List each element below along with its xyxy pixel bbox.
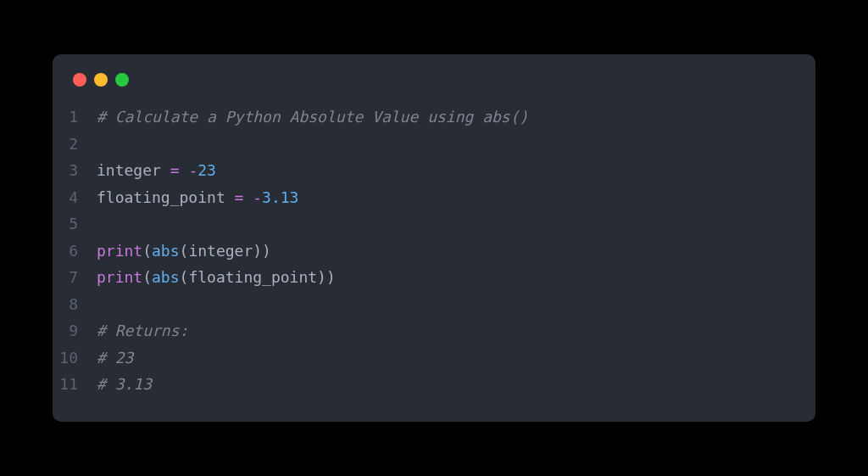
code-line: 4floating_point = -3.13 <box>53 184 815 211</box>
line-content: # 3.13 <box>97 371 152 398</box>
code-line: 7print(abs(floating_point)) <box>53 264 815 291</box>
token-identifier <box>180 161 189 179</box>
line-content: print(abs(floating_point)) <box>97 264 336 291</box>
token-number: 3.13 <box>262 188 298 206</box>
minimize-icon[interactable] <box>94 73 108 87</box>
token-function: abs <box>152 242 180 260</box>
code-line: 10# 23 <box>53 344 815 372</box>
line-number: 1 <box>53 104 97 131</box>
code-line: 11# 3.13 <box>53 371 815 398</box>
line-content: # 23 <box>97 344 133 372</box>
token-paren: ( <box>180 268 189 286</box>
line-content <box>97 131 106 158</box>
token-identifier <box>243 188 253 206</box>
code-window: 1# Calculate a Python Absolute Value usi… <box>53 54 815 422</box>
token-function: abs <box>152 268 180 286</box>
line-content <box>97 291 106 318</box>
titlebar <box>53 54 815 98</box>
line-content: # Calculate a Python Absolute Value usin… <box>97 104 528 131</box>
token-number: 23 <box>198 161 216 179</box>
token-paren: ( <box>142 242 152 260</box>
token-identifier <box>161 161 170 179</box>
line-number: 8 <box>53 291 97 318</box>
token-identifier <box>225 188 235 206</box>
line-number: 3 <box>53 157 97 184</box>
token-identifier: floating_point <box>188 268 317 286</box>
code-line: 2 <box>53 131 815 158</box>
line-number: 7 <box>53 264 97 291</box>
token-comment: # Calculate a Python Absolute Value usin… <box>97 108 528 126</box>
line-number: 9 <box>53 317 97 344</box>
token-number-minus: - <box>188 161 198 179</box>
line-content: # Returns: <box>97 317 188 344</box>
token-comment: # Returns: <box>97 322 188 339</box>
token-paren: ( <box>180 242 189 260</box>
token-identifier: integer <box>97 161 161 179</box>
code-line: 9# Returns: <box>53 317 815 344</box>
token-identifier: integer <box>188 242 253 260</box>
line-content <box>97 210 106 238</box>
line-number: 2 <box>53 131 97 158</box>
token-comment: # 3.13 <box>97 375 152 393</box>
line-number: 10 <box>53 344 97 372</box>
code-line: 3integer = -23 <box>53 157 815 184</box>
line-content: integer = -23 <box>97 157 216 184</box>
line-content: print(abs(integer)) <box>97 238 271 265</box>
token-builtin: print <box>97 242 142 260</box>
maximize-icon[interactable] <box>115 73 129 87</box>
token-identifier: floating_point <box>97 188 225 206</box>
line-content: floating_point = -3.13 <box>97 184 298 211</box>
code-line: 6print(abs(integer)) <box>53 238 815 265</box>
code-line: 8 <box>53 291 815 318</box>
code-area: 1# Calculate a Python Absolute Value usi… <box>53 98 815 422</box>
line-number: 4 <box>53 184 97 211</box>
token-operator: = <box>235 188 244 206</box>
token-builtin: print <box>97 268 142 286</box>
token-number-minus: - <box>253 188 262 206</box>
token-comment: # 23 <box>97 349 133 367</box>
line-number: 5 <box>53 210 97 238</box>
token-operator: = <box>170 161 180 179</box>
code-line: 1# Calculate a Python Absolute Value usi… <box>53 104 815 131</box>
line-number: 6 <box>53 238 97 265</box>
close-icon[interactable] <box>73 73 86 87</box>
token-paren: )) <box>317 268 336 286</box>
token-paren: ( <box>142 268 152 286</box>
token-paren: )) <box>253 242 271 260</box>
code-line: 5 <box>53 210 815 238</box>
line-number: 11 <box>53 371 97 398</box>
